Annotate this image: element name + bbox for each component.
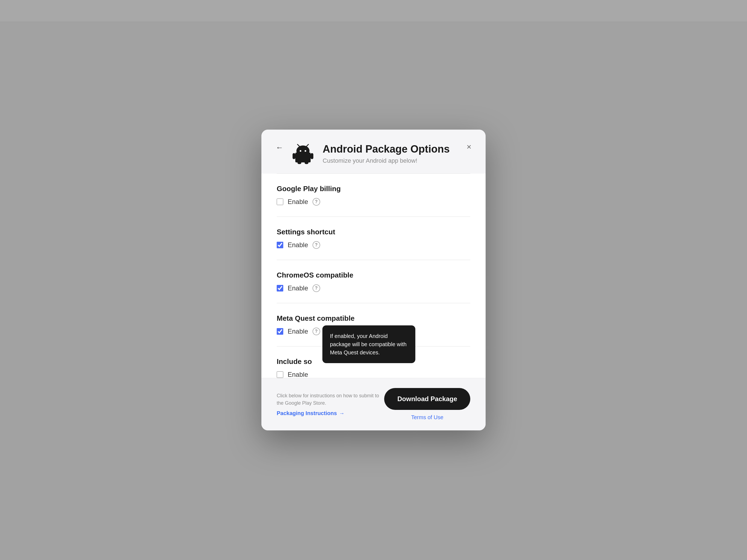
footer-right: Download Package Terms of Use: [384, 388, 470, 421]
option-row-google-play-billing: Enable ?: [277, 198, 470, 206]
checkbox-include-source[interactable]: [277, 371, 283, 378]
help-icon-google-play-billing[interactable]: ?: [312, 198, 320, 206]
label-meta-quest-compatible: Enable: [288, 328, 308, 335]
packaging-instructions-label: Packaging Instructions: [277, 410, 337, 416]
footer-info-text: Click below for instructions on how to s…: [277, 392, 384, 407]
help-icon-meta-quest-compatible[interactable]: ?: [312, 328, 320, 335]
help-icon-chromeos-compatible[interactable]: ?: [312, 284, 320, 292]
packaging-instructions-link[interactable]: Packaging Instructions →: [277, 410, 344, 416]
label-include-source: Enable: [288, 371, 308, 378]
modal-backdrop: ← ×: [0, 0, 747, 560]
option-row-settings-shortcut: Enable ?: [277, 241, 470, 249]
svg-line-6: [306, 144, 308, 147]
label-chromeos-compatible: Enable: [288, 284, 308, 292]
svg-line-5: [298, 144, 300, 147]
help-icon-settings-shortcut[interactable]: ?: [312, 241, 320, 249]
checkbox-chromeos-compatible[interactable]: [277, 285, 283, 291]
section-chromeos-compatible: ChromeOS compatible Enable ?: [277, 271, 470, 292]
header-content: Android Package Options Customize your A…: [277, 143, 450, 164]
divider-2: [277, 260, 470, 260]
modal-title: Android Package Options: [323, 143, 450, 156]
android-icon: [292, 143, 314, 164]
back-button[interactable]: ←: [275, 143, 284, 153]
svg-point-2: [297, 146, 309, 156]
label-settings-shortcut: Enable: [288, 241, 308, 249]
option-row-chromeos-compatible: Enable ?: [277, 284, 470, 292]
title-block: Android Package Options Customize your A…: [323, 143, 450, 164]
footer-left: Click below for instructions on how to s…: [277, 392, 384, 416]
section-title-include-source: Include so: [277, 357, 470, 366]
section-title-settings-shortcut: Settings shortcut: [277, 228, 470, 236]
modal-body: Google Play billing Enable ? Settings sh…: [261, 174, 486, 378]
close-button[interactable]: ×: [465, 142, 472, 152]
download-package-button[interactable]: Download Package: [384, 388, 470, 410]
checkbox-google-play-billing[interactable]: [277, 199, 283, 205]
svg-point-4: [305, 150, 306, 152]
divider-4: [277, 346, 470, 347]
section-title-meta-quest-compatible: Meta Quest compatible: [277, 314, 470, 323]
option-row-include-source: Enable: [277, 371, 470, 378]
svg-point-3: [300, 150, 301, 152]
section-include-source: Include so Enable: [277, 357, 470, 378]
checkbox-settings-shortcut[interactable]: [277, 242, 283, 248]
svg-rect-9: [298, 161, 301, 164]
section-title-google-play-billing: Google Play billing: [277, 184, 470, 193]
section-settings-shortcut: Settings shortcut Enable ?: [277, 228, 470, 249]
option-row-meta-quest-compatible: Enable ? If enabled, your Android packag…: [277, 328, 470, 335]
packaging-instructions-arrow: →: [339, 410, 344, 416]
tooltip-container-meta-quest: ? If enabled, your Android package will …: [312, 328, 320, 335]
label-google-play-billing: Enable: [288, 198, 308, 206]
modal-header: ← ×: [261, 130, 486, 173]
svg-rect-10: [305, 161, 308, 164]
checkbox-meta-quest-compatible[interactable]: [277, 328, 283, 335]
section-meta-quest-compatible: Meta Quest compatible Enable ? If enable…: [277, 314, 470, 335]
section-google-play-billing: Google Play billing Enable ?: [277, 184, 470, 206]
divider-1: [277, 217, 470, 217]
divider-3: [277, 303, 470, 303]
section-title-chromeos-compatible: ChromeOS compatible: [277, 271, 470, 279]
svg-rect-8: [311, 153, 313, 159]
terms-of-use-link[interactable]: Terms of Use: [411, 414, 443, 421]
android-package-modal: ← ×: [261, 130, 486, 430]
modal-subtitle: Customize your Android app below!: [323, 157, 450, 164]
svg-rect-7: [292, 153, 295, 159]
modal-footer: Click below for instructions on how to s…: [261, 378, 486, 430]
